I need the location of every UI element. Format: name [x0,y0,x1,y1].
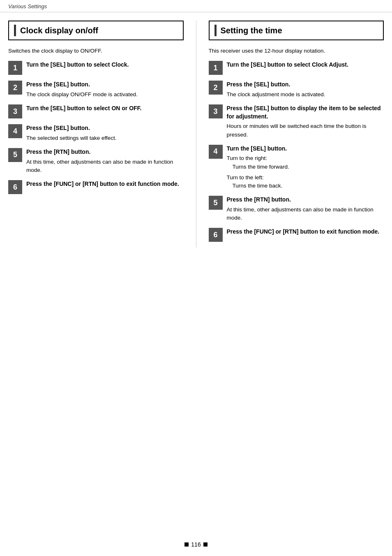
right-step-5-sub: At this time, other adjustments can also… [227,206,384,222]
right-step-3-content: Press the [SEL] button to display the it… [227,104,384,139]
left-step-4-sub: The selected settings will take effect. [26,134,184,142]
right-step-6: 6 Press the [FUNC] or [RTN] button to ex… [209,228,384,242]
right-step-1-number: 1 [209,61,223,75]
right-step-2-number: 2 [209,81,223,95]
right-step-4-sub-line-3: Turn to the left: [227,174,384,182]
right-step-2-sub: The clock adjustment mode is activated. [227,90,384,99]
left-step-6-content: Press the [FUNC] or [RTN] button to exit… [26,180,184,190]
right-step-4-sub-line-4: Turns the time back. [233,182,384,190]
left-step-5-content: Press the [RTN] button. At this time, ot… [26,148,184,174]
right-step-6-content: Press the [FUNC] or [RTN] button to exit… [227,228,384,238]
left-section-title: Clock display on/off [20,26,98,35]
right-step-4-main: Turn the [SEL] button. [227,145,384,153]
right-section-intro: This receiver uses the 12-hour display n… [209,47,384,55]
footer-square-left [184,542,189,547]
footer-block: 116 [184,541,207,548]
right-step-6-main: Press the [FUNC] or [RTN] button to exit… [227,228,384,236]
left-step-4: 4 Press the [SEL] button. The selected s… [8,124,184,142]
right-column: Setting the time This receiver uses the … [209,21,384,248]
right-step-1-content: Turn the [SEL] button to select Clock Ad… [227,61,384,71]
left-step-5: 5 Press the [RTN] button. At this time, … [8,148,184,174]
left-step-5-sub: At this time, other adjustments can also… [26,158,184,175]
right-step-3-main: Press the [SEL] button to display the it… [227,104,384,120]
left-step-3-content: Turn the [SEL] button to select ON or OF… [26,104,184,114]
right-step-4-number: 4 [209,145,223,159]
right-step-5-content: Press the [RTN] button. At this time, ot… [227,196,384,222]
right-title-bar [214,25,217,36]
left-title-bar [14,25,16,36]
right-step-4: 4 Turn the [SEL] button. Turn to the rig… [209,145,384,190]
header-label: Various Settings [8,3,47,9]
left-step-2: 2 Press the [SEL] button. The clock disp… [8,81,184,99]
left-step-5-number: 5 [8,148,22,162]
right-step-6-number: 6 [209,228,223,242]
page-number: 116 [191,541,201,548]
left-section-title-box: Clock display on/off [8,21,184,40]
right-step-1: 1 Turn the [SEL] button to select Clock … [209,61,384,75]
left-step-6-main: Press the [FUNC] or [RTN] button to exit… [26,180,184,188]
right-step-4-sub-line-2: Turns the time forward. [233,163,384,171]
right-step-5-number: 5 [209,196,223,210]
left-step-1-number: 1 [8,61,22,75]
left-step-6: 6 Press the [FUNC] or [RTN] button to ex… [8,180,184,194]
left-step-1-content: Turn the [SEL] button to select Clock. [26,61,184,71]
right-step-3-sub: Hours or minutes will be switched each t… [227,122,384,139]
page-content: Clock display on/off Switches the clock … [0,12,392,248]
left-step-2-number: 2 [8,81,22,95]
left-section-intro: Switches the clock display to ON/OFF. [8,47,184,55]
left-step-5-main: Press the [RTN] button. [26,148,184,156]
page-footer: 116 [0,541,392,548]
right-step-2: 2 Press the [SEL] button. The clock adju… [209,81,384,99]
left-column: Clock display on/off Switches the clock … [8,21,184,248]
right-step-5-main: Press the [RTN] button. [227,196,384,204]
right-section-title: Setting the time [221,26,282,35]
left-step-4-number: 4 [8,124,22,138]
left-step-4-content: Press the [SEL] button. The selected set… [26,124,184,142]
right-step-4-sub-line-1: Turn to the right: [227,154,384,162]
right-step-1-main: Turn the [SEL] button to select Clock Ad… [227,61,384,69]
left-step-4-main: Press the [SEL] button. [26,124,184,132]
right-step-3: 3 Press the [SEL] button to display the … [209,104,384,139]
right-step-4-content: Turn the [SEL] button. Turn to the right… [227,145,384,190]
left-step-3-number: 3 [8,104,22,118]
footer-square-right [203,542,208,547]
left-step-1-main: Turn the [SEL] button to select Clock. [26,61,184,69]
left-step-2-content: Press the [SEL] button. The clock displa… [26,81,184,99]
page-header: Various Settings [0,0,392,12]
right-step-2-content: Press the [SEL] button. The clock adjust… [227,81,384,99]
left-step-3-main: Turn the [SEL] button to select ON or OF… [26,104,184,113]
left-step-2-sub: The clock display ON/OFF mode is activat… [26,90,184,99]
left-step-6-number: 6 [8,180,22,194]
right-step-2-main: Press the [SEL] button. [227,81,384,89]
column-divider [196,21,196,248]
left-step-1: 1 Turn the [SEL] button to select Clock. [8,61,184,75]
right-step-5: 5 Press the [RTN] button. At this time, … [209,196,384,222]
left-step-2-main: Press the [SEL] button. [26,81,184,89]
right-step-3-number: 3 [209,104,223,118]
right-section-title-box: Setting the time [209,21,384,40]
left-step-3: 3 Turn the [SEL] button to select ON or … [8,104,184,118]
